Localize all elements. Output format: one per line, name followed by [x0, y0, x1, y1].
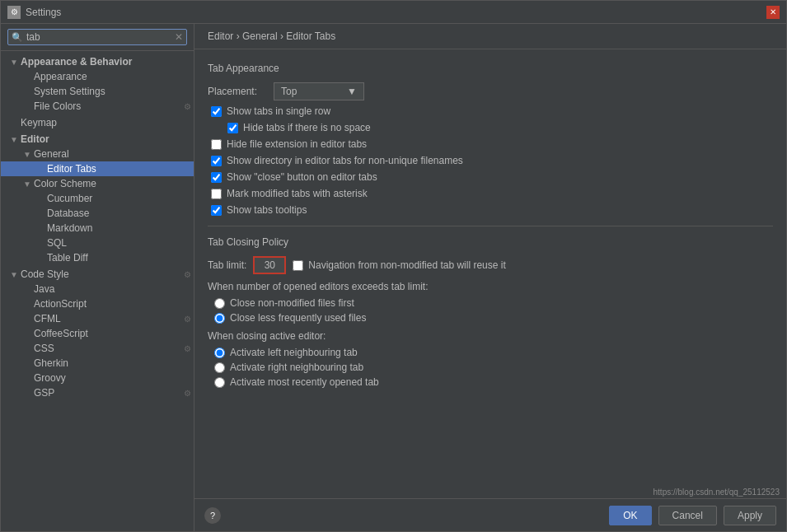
hide-tabs-label: Hide tabs if there is no space — [243, 122, 371, 133]
editor-tabs-content: Tab Appearance Placement: Top ▼ Show tab… — [194, 49, 786, 486]
bottom-bar: ? OK Cancel Apply — [194, 498, 786, 531]
checkbox-hide-extension: Hide file extension in editor tabs — [208, 138, 773, 150]
mark-modified-label: Mark modified tabs with asterisk — [227, 188, 368, 199]
sidebar-item-label: Java — [34, 283, 194, 295]
sidebar-item-label: Code Style — [21, 268, 180, 280]
sidebar-item-markdown[interactable]: Markdown — [1, 221, 194, 236]
sidebar-item-sql[interactable]: SQL — [1, 236, 194, 250]
activate-left-radio[interactable] — [214, 348, 225, 358]
close-button[interactable]: ✕ — [766, 6, 780, 19]
sidebar-item-code-style[interactable]: ▼ Code Style ⚙ — [1, 267, 194, 282]
sidebar-item-label: Editor — [21, 133, 194, 145]
arrow-icon: ▼ — [21, 180, 34, 189]
sidebar-item-label: ActionScript — [34, 298, 194, 310]
hide-tabs-checkbox[interactable] — [227, 123, 238, 133]
tab-limit-label: Tab limit: — [208, 259, 246, 271]
when-exceeds-label: When number of opened editors exceeds ta… — [208, 281, 773, 292]
sidebar-item-actionscript[interactable]: ActionScript — [1, 296, 194, 311]
sidebar-item-label: System Settings — [34, 86, 194, 97]
show-tooltips-checkbox[interactable] — [211, 205, 222, 216]
chevron-down-icon: ▼ — [347, 86, 357, 97]
sidebar-item-general[interactable]: ▼ General — [1, 147, 194, 161]
hide-extension-label: Hide file extension in editor tabs — [227, 138, 367, 150]
checkbox-show-close-button: Show "close" button on editor tabs — [208, 171, 773, 183]
sidebar-item-appearance[interactable]: Appearance — [1, 69, 194, 84]
settings-icon: ⚙ — [180, 315, 194, 324]
apply-button[interactable]: Apply — [724, 506, 776, 525]
sidebar-item-appearance-behavior[interactable]: ▼ Appearance & Behavior — [1, 54, 194, 69]
sidebar-item-label: Groovy — [34, 372, 194, 384]
tab-closing-policy-title: Tab Closing Policy — [208, 236, 773, 248]
main-panel: Editor › General › Editor Tabs Tab Appea… — [194, 24, 786, 531]
sidebar-item-editor[interactable]: ▼ Editor — [1, 132, 194, 147]
placement-value: Top — [281, 86, 297, 97]
search-wrapper: 🔍 ✕ — [7, 29, 187, 45]
sidebar-item-groovy[interactable]: Groovy — [1, 371, 194, 385]
sidebar-item-css[interactable]: CSS ⚙ — [1, 341, 194, 356]
sidebar-item-java[interactable]: Java — [1, 282, 194, 296]
sidebar-item-label: Color Scheme — [34, 178, 194, 189]
sidebar-item-label: CFML — [34, 313, 180, 324]
sidebar-item-file-colors[interactable]: File Colors ⚙ — [1, 99, 194, 114]
search-clear-icon[interactable]: ✕ — [175, 31, 183, 43]
checkbox-show-tooltips: Show tabs tooltips — [208, 204, 773, 216]
when-closing-label: When closing active editor: — [208, 330, 773, 342]
sidebar-item-label: Appearance & Behavior — [21, 56, 194, 68]
cancel-button[interactable]: Cancel — [658, 506, 717, 525]
placement-select[interactable]: Top ▼ — [274, 82, 364, 100]
close-less-frequent-label: Close less frequently used files — [230, 312, 366, 324]
sidebar-item-system-settings[interactable]: System Settings — [1, 84, 194, 99]
sidebar-item-label: Database — [47, 208, 194, 219]
show-directory-checkbox[interactable] — [211, 156, 222, 166]
divider — [208, 226, 773, 226]
watermark: https://blog.csdn.net/qq_25112523 — [194, 486, 786, 498]
window-title: Settings — [26, 7, 766, 18]
tab-limit-row: Tab limit: Navigation from non-modified … — [208, 256, 773, 274]
sidebar-item-label: CSS — [34, 343, 180, 354]
sidebar-tree: ▼ Appearance & Behavior Appearance Syste… — [1, 51, 194, 531]
arrow-icon: ▼ — [7, 270, 21, 279]
hide-extension-checkbox[interactable] — [211, 139, 222, 150]
sidebar-item-color-scheme[interactable]: ▼ Color Scheme — [1, 176, 194, 191]
sidebar-item-coffeescript[interactable]: CoffeeScript — [1, 326, 194, 341]
show-close-button-label: Show "close" button on editor tabs — [227, 171, 377, 183]
search-box: 🔍 ✕ — [1, 24, 194, 51]
arrow-icon: ▼ — [7, 58, 21, 67]
titlebar: ⚙ Settings ✕ — [1, 1, 786, 24]
sidebar-item-label: Gherkin — [34, 357, 194, 369]
sidebar-item-editor-tabs[interactable]: Editor Tabs — [1, 161, 194, 176]
close-non-modified-radio[interactable] — [214, 298, 225, 309]
activate-right-radio[interactable] — [214, 362, 225, 373]
search-icon: 🔍 — [12, 32, 23, 43]
show-close-button-checkbox[interactable] — [211, 172, 222, 183]
checkbox-show-directory: Show directory in editor tabs for non-un… — [208, 155, 773, 166]
sidebar-item-label: File Colors — [34, 100, 180, 112]
help-button[interactable]: ? — [204, 507, 221, 524]
show-single-row-checkbox[interactable] — [211, 106, 222, 117]
settings-window: ⚙ Settings ✕ 🔍 ✕ ▼ Appearance & Behavior — [0, 0, 787, 532]
radio-activate-recent: Activate most recently opened tab — [208, 376, 773, 388]
activate-recent-radio[interactable] — [214, 377, 225, 388]
tab-limit-input[interactable] — [253, 256, 286, 274]
settings-icon: ⚙ — [180, 102, 194, 111]
sidebar-item-table-diff[interactable]: Table Diff — [1, 250, 194, 265]
sidebar-item-label: GSP — [34, 387, 180, 399]
sidebar-item-cucumber[interactable]: Cucumber — [1, 191, 194, 206]
close-less-frequent-radio[interactable] — [214, 313, 225, 324]
show-directory-label: Show directory in editor tabs for non-un… — [227, 155, 463, 166]
sidebar-item-keymap[interactable]: Keymap — [1, 115, 194, 130]
sidebar-item-cfml[interactable]: CFML ⚙ — [1, 311, 194, 326]
settings-icon: ⚙ — [180, 344, 194, 353]
mark-modified-checkbox[interactable] — [211, 189, 222, 199]
sidebar-item-gsp[interactable]: GSP ⚙ — [1, 385, 194, 400]
arrow-icon: ▼ — [7, 135, 21, 144]
show-tooltips-label: Show tabs tooltips — [227, 204, 307, 216]
settings-icon: ⚙ — [180, 270, 194, 279]
sidebar: 🔍 ✕ ▼ Appearance & Behavior Appearance — [1, 24, 194, 531]
checkbox-mark-modified: Mark modified tabs with asterisk — [208, 188, 773, 199]
search-input[interactable] — [26, 31, 175, 43]
nav-reuse-checkbox[interactable] — [293, 260, 303, 271]
sidebar-item-database[interactable]: Database — [1, 206, 194, 221]
ok-button[interactable]: OK — [609, 506, 651, 525]
sidebar-item-gherkin[interactable]: Gherkin — [1, 356, 194, 371]
